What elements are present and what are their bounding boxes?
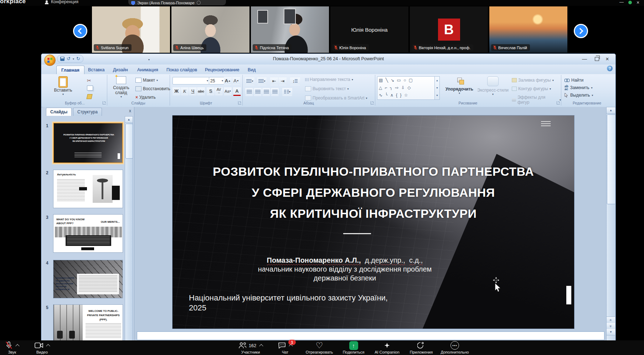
previous-slide-button[interactable]: « <box>607 317 615 323</box>
share-screen-button[interactable]: ↑ Поделиться <box>339 341 368 354</box>
italic-button[interactable]: K <box>181 87 189 95</box>
next-slide-button[interactable]: » <box>607 323 615 329</box>
zoom-close-button[interactable]: × <box>637 0 639 5</box>
delete-slide-button[interactable]: × Удалить <box>135 95 156 100</box>
tab-vid[interactable]: Вид <box>243 66 261 74</box>
select-button[interactable]: Выделить ▾ <box>565 93 593 98</box>
shapes-gallery[interactable]: ▤ ╲ ↘ ▭ ○ ▢ △ ⌐ ╮ ⇨ ⇩ ◇ ∿ ╰ ∧ { } ☆ <box>377 76 437 100</box>
decrease-indent-button[interactable]: ⇤ <box>270 77 278 85</box>
reset-slide-button[interactable]: Восстановить <box>135 86 170 91</box>
tab-pokaz-slaydov[interactable]: Показ слайдов <box>162 66 202 74</box>
shrink-font-button[interactable]: A▼ <box>232 77 240 85</box>
thumbnail-2[interactable]: 2 Актуальність <box>53 170 124 208</box>
redo-button[interactable]: ↻ <box>76 57 80 61</box>
gallery-next-button[interactable] <box>574 24 588 38</box>
paste-button[interactable]: Вставить ▾ <box>51 76 75 96</box>
bold-button[interactable]: Ж <box>172 87 180 95</box>
font-size-combo[interactable]: 25 ▾ <box>209 77 225 84</box>
chat-button[interactable]: 1 Чат <box>274 341 296 354</box>
dialog-launcher-icon[interactable] <box>103 101 106 104</box>
main-scrollbar[interactable]: ▲ « » ▼ <box>606 107 615 341</box>
arrange-button[interactable]: Упорядочить ▾ <box>443 76 475 95</box>
character-spacing-button[interactable]: AV ↔ <box>215 87 223 95</box>
shape-outline-button[interactable]: Контур фигуры ▾ <box>512 86 551 91</box>
qat-customize-button[interactable]: ▾ <box>148 58 150 61</box>
new-slide-button[interactable]: Создать слайд ▾ <box>109 76 133 99</box>
panel-close-button[interactable]: x <box>129 108 131 113</box>
convert-smartart-button[interactable]: Преобразовать в SmartArt ▾ <box>305 96 367 101</box>
ai-companion-button[interactable]: AI Companion <box>371 341 403 354</box>
font-name-combo[interactable]: ▾ <box>172 77 210 84</box>
shapes-scroll-up-icon[interactable]: ▲ <box>435 77 439 84</box>
office-button[interactable] <box>44 55 56 66</box>
notes-pane[interactable] <box>137 331 604 340</box>
align-center-button[interactable] <box>254 88 262 96</box>
participant-tile-2[interactable]: Аліна Швець <box>171 6 249 53</box>
ppt-title-bar[interactable]: Помаза-Пономаренко_25 06 24 - Microsoft … <box>41 54 615 65</box>
panel-scroll-thumb[interactable] <box>125 124 133 159</box>
line-spacing-button[interactable]: ↕ <box>290 77 300 85</box>
scroll-up-button[interactable]: ▲ <box>607 107 615 114</box>
bullets-button[interactable]: ▾ <box>245 77 254 85</box>
help-button[interactable]: ? <box>607 66 613 71</box>
undo-button[interactable]: ↺ <box>67 57 71 61</box>
apps-button[interactable]: Приложения <box>406 341 436 354</box>
tab-dizayn[interactable]: Дизайн <box>108 66 133 74</box>
participant-tile-4[interactable]: Юлія Вороніна Юлія Вороніна <box>330 6 408 53</box>
thumbnail-3[interactable]: 3 WHAT DO YOU KNOW ABOUT PPP? OUR MERITS… <box>53 214 124 253</box>
participant-tile-1[interactable]: Svitlana Suprun <box>92 6 170 53</box>
underline-button[interactable]: Ч <box>189 87 197 95</box>
screen-share-tab[interactable]: Экран (Анна Помаза-Пономаре <box>128 0 226 5</box>
dialog-launcher-icon[interactable] <box>238 101 241 104</box>
audio-options-chevron[interactable] <box>15 344 19 348</box>
reactions-button[interactable]: ♡ Отреагировать <box>302 341 336 354</box>
close-button[interactable]: × <box>602 56 613 62</box>
scroll-down-button[interactable]: ▼ <box>607 329 615 335</box>
participant-tile-6[interactable]: Вячеслав Палій <box>489 6 567 53</box>
quick-styles-button[interactable]: Экспресс-стили ▾ <box>476 76 510 96</box>
copy-button[interactable] <box>87 86 93 91</box>
minimize-button[interactable]: — <box>579 56 590 62</box>
zoom-minimize-button[interactable]: — <box>619 0 624 5</box>
align-left-button[interactable] <box>245 88 253 96</box>
shape-fill-button[interactable]: Заливка фигуры ▾ <box>512 78 554 83</box>
gallery-prev-button[interactable] <box>73 24 87 38</box>
shapes-scroll[interactable]: ▲ ▼ ▼ <box>434 76 440 100</box>
align-right-button[interactable] <box>262 88 270 96</box>
align-text-button[interactable]: Выровнять текст ▾ <box>305 86 349 91</box>
columns-button[interactable]: ▾ <box>282 88 292 96</box>
numbering-button[interactable]: ▾ <box>257 77 267 85</box>
cut-button[interactable]: ✂ <box>87 78 91 83</box>
find-button[interactable]: Найти <box>565 78 593 83</box>
change-case-button[interactable]: Aa▾ <box>224 87 232 95</box>
meeting-tab-label[interactable]: Конференция <box>51 0 78 4</box>
dialog-launcher-icon[interactable] <box>371 101 374 104</box>
video-options-chevron[interactable] <box>46 344 50 348</box>
audio-button[interactable]: Звук <box>2 341 22 354</box>
format-painter-button[interactable] <box>87 94 92 99</box>
thumbnail-4[interactable]: 4 ОСНОВНІ СФЕРИ ТА ДЖЕРЕЛА ФІНАНСУВАННЯ … <box>53 260 124 298</box>
dialog-launcher-icon[interactable] <box>557 101 560 104</box>
grow-font-button[interactable]: A▲ <box>224 77 232 85</box>
participants-options-chevron[interactable] <box>259 344 263 348</box>
more-button[interactable]: ••• Дополнительно <box>438 341 472 354</box>
thumbnail-5[interactable]: 5 WELCOME TO PUBLIC-PRIVATE PARTNERSHIPS… <box>53 304 124 341</box>
justify-button[interactable] <box>271 88 279 96</box>
font-color-button[interactable]: А <box>233 87 241 96</box>
strikethrough-button[interactable]: abc <box>197 87 205 95</box>
text-direction-button[interactable]: Направление текста ▾ <box>305 77 353 82</box>
shapes-scroll-down-icon[interactable]: ▼ <box>435 84 439 92</box>
layout-button[interactable]: Макет ▾ <box>135 78 158 83</box>
panel-scroll-up-button[interactable]: ▲ <box>125 117 133 123</box>
replace-button[interactable]: abac Заменить ▾ <box>565 85 593 91</box>
panel-scrollbar[interactable]: ▲ <box>125 116 133 341</box>
video-button[interactable]: Видео <box>31 341 53 354</box>
undo-caret-icon[interactable]: ▾ <box>73 57 74 61</box>
participants-button[interactable]: 162 Участники <box>231 341 270 354</box>
slide-canvas[interactable]: РОЗВИТОК ПУБЛІЧНО-ПРИВАТНОГО ПАРТНЕРСТВА… <box>172 115 574 329</box>
save-button[interactable] <box>60 57 65 61</box>
tab-vstavka[interactable]: Вставка <box>83 66 109 74</box>
tab-outline-panel[interactable]: Структура <box>73 108 102 116</box>
scroll-thumb[interactable] <box>607 114 615 204</box>
tab-animatsiya[interactable]: Анимация <box>133 66 163 74</box>
